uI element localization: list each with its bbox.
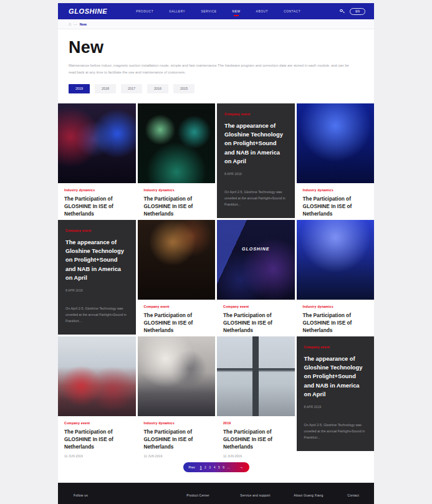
news-card-info: Industry dynamics The Participation of G… — [58, 183, 136, 225]
pagination-page-2[interactable]: 2 — [204, 465, 206, 469]
news-title: The Participation of GLOSHINE In ISE of … — [144, 195, 209, 217]
news-card[interactable]: Company event The Participation of GLOSH… — [138, 220, 216, 335]
news-title: The appearance of Gloshine Technology on… — [304, 354, 367, 399]
active-nav-underline — [234, 15, 239, 16]
pagination-page-1[interactable]: 1 — [200, 465, 202, 469]
year-filter-2017[interactable]: 2017 — [121, 84, 142, 93]
news-card[interactable]: Company event The Participation of GLOSH… — [58, 336, 136, 451]
news-photo — [297, 220, 375, 300]
news-date: 11 JUN 2019 — [64, 454, 130, 458]
news-photo — [58, 103, 136, 183]
news-category-label: 2019 — [223, 421, 289, 425]
nav-item-gallery[interactable]: GALLERY — [169, 10, 185, 13]
breadcrumb-separator: — — [74, 22, 77, 26]
news-card-info: Company event The Participation of GLOSH… — [138, 300, 216, 341]
news-category-label: Industry dynamics — [303, 305, 368, 308]
news-date: 8 APR 2019 — [224, 172, 287, 176]
news-category-label: Industry dynamics — [144, 188, 209, 192]
news-photo — [138, 220, 216, 300]
news-card[interactable]: Industry dynamics The Participation of G… — [297, 103, 375, 218]
nav-item-product[interactable]: PRODUCT — [136, 10, 153, 13]
main-nav: PRODUCT GALLERY SERVICE NEW ABOUT CONTAC… — [136, 10, 300, 13]
year-filter-2016[interactable]: 2016 — [147, 84, 168, 93]
news-category-label: Company event — [223, 305, 289, 308]
news-title: The Participation of GLOSHINE In ISE of … — [223, 311, 289, 334]
news-photo — [217, 336, 295, 416]
footer-link-about[interactable]: About Guang Xiang — [294, 493, 347, 504]
nav-item-contact[interactable]: CONTACT — [284, 10, 300, 13]
pagination: Prev 123456 ... → — [183, 462, 249, 472]
news-card-info: Industry dynamics The Participation of G… — [297, 300, 375, 341]
news-card[interactable]: Industry dynamics The Participation of G… — [138, 336, 216, 451]
news-date: 11 JUN 2019 — [144, 454, 209, 458]
news-title: The Participation of GLOSHINE In ISE of … — [144, 311, 209, 334]
news-title: The Participation of GLOSHINE In ISE of … — [144, 428, 209, 450]
news-photo — [138, 103, 216, 183]
footer-link-service-support[interactable]: Service and support — [240, 493, 294, 504]
pagination-page-4[interactable]: 4 — [214, 465, 216, 469]
nav-item-new[interactable]: NEW — [233, 10, 241, 13]
breadcrumb: ⌂ — New — [58, 19, 374, 29]
news-category-label: Company event — [144, 305, 209, 308]
pagination-page-3[interactable]: 3 — [209, 465, 211, 469]
news-card-info: Industry dynamics The Participation of G… — [138, 183, 216, 225]
news-category-label: Company event — [224, 112, 287, 116]
news-card-info: Company event The Participation of GLOSH… — [217, 300, 295, 341]
news-card-info: Industry dynamics The Participation of G… — [297, 183, 375, 225]
news-card-info: 2019 The Participation of GLOSHINE In IS… — [217, 416, 295, 458]
footer-follow-us[interactable]: Follow us — [74, 493, 88, 504]
nav-item-about[interactable]: ABOUT — [256, 10, 269, 13]
news-title: The Participation of GLOSHINE In ISE of … — [64, 195, 130, 217]
news-date: 11 JUN 2019 — [223, 454, 289, 458]
year-filter-2019[interactable]: 2019 — [69, 84, 90, 93]
news-card-featured[interactable]: Company event The appearance of Gloshine… — [217, 103, 295, 218]
news-card-featured[interactable]: Company event The appearance of Gloshine… — [297, 336, 375, 451]
footer-link-contact[interactable]: Contact — [347, 493, 359, 504]
pagination-ellipsis: ... — [227, 465, 229, 469]
home-icon[interactable]: ⌂ — [69, 22, 71, 26]
news-card[interactable]: Industry dynamics The Participation of G… — [138, 103, 216, 218]
news-excerpt: On April 2-5, Gloshine Technology was un… — [65, 305, 128, 325]
breadcrumb-current: New — [80, 22, 87, 26]
pagination-page-6[interactable]: 6 — [223, 465, 224, 469]
nav-item-service[interactable]: SERVICE — [201, 10, 216, 13]
page-title: New — [69, 38, 363, 57]
search-icon[interactable] — [340, 9, 344, 14]
news-category-label: Industry dynamics — [303, 188, 368, 192]
page-canvas: GLOSHINE PRODUCT GALLERY SERVICE NEW ABO… — [0, 0, 432, 504]
news-title: The appearance of Gloshine Technology on… — [65, 238, 128, 283]
news-title: The appearance of Gloshine Technology on… — [224, 121, 287, 166]
news-category-label: Company event — [64, 421, 130, 425]
news-title: The Participation of GLOSHINE In ISE of … — [64, 428, 130, 450]
news-category-label: Company event — [65, 229, 128, 232]
news-photo — [138, 336, 216, 416]
news-grid: Industry dynamics The Participation of G… — [58, 103, 374, 451]
news-title: The Participation of GLOSHINE In ISE of … — [303, 195, 368, 217]
news-excerpt: On April 2-5, Gloshine Technology was un… — [304, 422, 367, 441]
news-card[interactable]: Industry dynamics The Participation of G… — [297, 220, 375, 335]
year-filter-2015[interactable]: 2015 — [173, 84, 194, 93]
news-photo — [297, 103, 375, 183]
news-card[interactable]: Industry dynamics The Participation of G… — [58, 103, 136, 218]
year-filter-2018[interactable]: 2018 — [95, 84, 116, 93]
news-card[interactable]: GLOSHINE Company event The Participation… — [217, 220, 295, 335]
news-card-info: Company event The Participation of GLOSH… — [58, 416, 136, 458]
news-date: 8 APR 2019 — [65, 288, 128, 292]
page-footer: Follow us Product Center Service and sup… — [58, 483, 374, 504]
news-category-label: Industry dynamics — [144, 421, 209, 425]
news-title: The Participation of GLOSHINE In ISE of … — [303, 311, 368, 334]
pagination-page-5[interactable]: 5 — [218, 465, 220, 469]
news-photo: GLOSHINE — [217, 220, 295, 300]
pagination-next-arrow-icon[interactable]: → — [239, 465, 244, 469]
news-photo — [58, 336, 136, 416]
gloshine-logo: GLOSHINE — [69, 7, 107, 15]
news-card-featured[interactable]: Company event The appearance of Gloshine… — [58, 220, 136, 335]
pagination-prev-button[interactable]: Prev — [189, 465, 195, 469]
language-button[interactable]: EN — [350, 8, 365, 15]
page-description: Maintenance before indoor, magnetic suct… — [69, 62, 350, 77]
top-navigation-bar: GLOSHINE PRODUCT GALLERY SERVICE NEW ABO… — [58, 3, 374, 19]
pagination-pages: 123456 — [200, 465, 224, 469]
news-card[interactable]: 2019 The Participation of GLOSHINE In IS… — [217, 336, 295, 451]
footer-link-product-center[interactable]: Product Center — [186, 493, 240, 504]
photo-overlay-text: GLOSHINE — [217, 247, 295, 251]
